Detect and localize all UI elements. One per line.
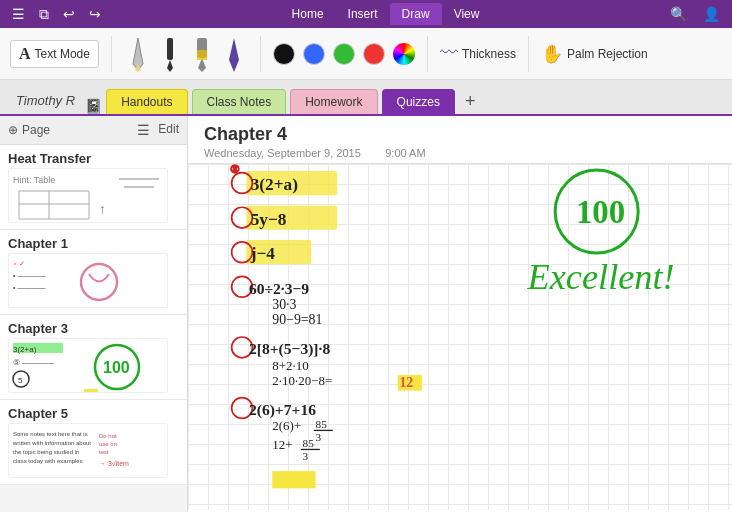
- text-mode-button[interactable]: A Text Mode: [10, 40, 99, 68]
- add-tab-button[interactable]: +: [459, 89, 482, 114]
- svg-rect-6: [197, 50, 207, 60]
- divider4: [528, 36, 529, 72]
- svg-rect-2: [167, 38, 173, 60]
- thickness-button[interactable]: 〰 Thickness: [440, 43, 516, 64]
- page-title: Chapter 4: [204, 124, 716, 145]
- page-label: Page: [22, 123, 50, 137]
- svg-marker-7: [229, 38, 239, 72]
- divider3: [427, 36, 428, 72]
- sidebar-item-chapter3[interactable]: Chapter 3 3(2+a) ⑤ ———— 5 100 2·10·20-8=: [0, 315, 187, 400]
- panels-icon[interactable]: ⧉: [35, 4, 53, 25]
- nav-insert[interactable]: Insert: [336, 3, 390, 25]
- palm-rejection-button[interactable]: ✋ Palm Rejection: [541, 43, 648, 65]
- chapter1-preview: × ✓ • ———— • ————: [8, 253, 168, 308]
- marker-tool[interactable]: [156, 35, 184, 73]
- color-blue[interactable]: [303, 43, 325, 65]
- svg-text:• ————: • ————: [13, 272, 45, 279]
- chapter3-title: Chapter 3: [8, 321, 179, 336]
- svg-text:Hint: Table: Hint: Table: [13, 175, 55, 185]
- svg-text:5y−8: 5y−8: [251, 210, 287, 229]
- svg-text:100: 100: [103, 359, 130, 376]
- svg-text:2(6)+: 2(6)+: [272, 418, 301, 433]
- svg-text:Some notes text here that is: Some notes text here that is: [13, 431, 88, 437]
- svg-text:• ————: • ————: [13, 284, 45, 291]
- pen-tools: [124, 35, 248, 73]
- svg-text:12+: 12+: [272, 437, 292, 452]
- plus-icon: ⊕: [8, 123, 18, 137]
- tab-handouts[interactable]: Handouts: [106, 89, 187, 114]
- svg-text:3: 3: [316, 431, 322, 443]
- thickness-icon: 〰: [440, 43, 458, 64]
- svg-text:90−9=81: 90−9=81: [272, 312, 322, 327]
- svg-text:written with information about: written with information about: [12, 440, 91, 446]
- svg-text:8+2·10: 8+2·10: [272, 358, 308, 373]
- hand-icon: ✋: [541, 43, 563, 65]
- svg-text:60÷2·3−9: 60÷2·3−9: [249, 280, 309, 297]
- content-area: Chapter 4 Wednesday, September 9, 2015 9…: [188, 116, 732, 512]
- chapter3-preview: 3(2+a) ⑤ ———— 5 100 2·10·20-8= 12: [8, 338, 168, 393]
- tab-quizzes[interactable]: Quizzes: [382, 89, 455, 114]
- chapter1-title: Chapter 1: [8, 236, 179, 251]
- notebook-icon[interactable]: 📓: [85, 98, 102, 114]
- pen-tool[interactable]: [220, 35, 248, 73]
- svg-text:3: 3: [303, 450, 309, 462]
- chapter5-title: Chapter 5: [8, 406, 179, 421]
- svg-text:→ 3√item: → 3√item: [99, 460, 129, 467]
- highlighter-tool[interactable]: [188, 35, 216, 73]
- text-mode-icon: A: [19, 45, 31, 63]
- divider2: [260, 36, 261, 72]
- svg-text:3(2+a): 3(2+a): [13, 345, 37, 354]
- color-green[interactable]: [333, 43, 355, 65]
- toolbar-right: 🔍 👤: [666, 4, 724, 24]
- svg-text:12: 12: [85, 392, 94, 393]
- redo-icon[interactable]: ↪: [85, 4, 105, 24]
- svg-text:2·10·20-8=: 2·10·20-8=: [13, 391, 47, 393]
- heat-transfer-title: Heat Transfer: [8, 151, 179, 166]
- thickness-label: Thickness: [462, 47, 516, 61]
- svg-text:2(6)+7+16: 2(6)+7+16: [249, 401, 316, 419]
- add-page-button[interactable]: ⊕ Page: [8, 123, 50, 137]
- svg-text:↑: ↑: [99, 201, 106, 217]
- tab-homework[interactable]: Homework: [290, 89, 377, 114]
- text-mode-label: Text Mode: [35, 47, 90, 61]
- svg-text:use on: use on: [99, 441, 117, 447]
- sidebar-header: ⊕ Page ☰ Edit: [0, 116, 187, 145]
- svg-text:85: 85: [316, 418, 328, 430]
- sidebar-item-chapter1[interactable]: Chapter 1 × ✓ • ———— • ————: [0, 230, 187, 315]
- svg-text:⑧: ⑧: [230, 164, 240, 175]
- menu-icon[interactable]: ☰: [8, 4, 29, 24]
- draw-toolbar: A Text Mode: [0, 28, 732, 80]
- svg-text:12: 12: [399, 375, 413, 390]
- palm-rejection-label: Palm Rejection: [567, 47, 648, 61]
- undo-icon[interactable]: ↩: [59, 4, 79, 24]
- svg-rect-70: [272, 471, 315, 488]
- pencil-tool[interactable]: [124, 35, 152, 73]
- svg-text:× ✓: × ✓: [13, 260, 25, 268]
- svg-text:j−4: j−4: [250, 244, 276, 263]
- svg-text:class today with examples: class today with examples: [13, 458, 83, 464]
- heat-transfer-preview: Hint: Table ↑: [8, 168, 168, 223]
- account-icon[interactable]: 👤: [699, 4, 724, 24]
- nav-draw[interactable]: Draw: [390, 3, 442, 25]
- nav-view[interactable]: View: [442, 3, 492, 25]
- tab-class-notes[interactable]: Class Notes: [192, 89, 287, 114]
- svg-rect-30: [84, 389, 98, 393]
- svg-text:Do not: Do not: [99, 433, 117, 439]
- color-wheel[interactable]: [393, 43, 415, 65]
- main-area: ⊕ Page ☰ Edit Heat Transfer Hint: Table: [0, 116, 732, 512]
- sidebar-header-right: ☰ Edit: [137, 122, 179, 138]
- edit-button[interactable]: Edit: [158, 122, 179, 138]
- sidebar-item-chapter5[interactable]: Chapter 5 Some notes text here that is w…: [0, 400, 187, 485]
- main-toolbar: ☰ ⧉ ↩ ↪ Home Insert Draw View 🔍 👤: [0, 0, 732, 28]
- svg-text:the topic being studied in: the topic being studied in: [13, 449, 79, 455]
- search-icon[interactable]: 🔍: [666, 4, 691, 24]
- sidebar-item-heat-transfer[interactable]: Heat Transfer Hint: Table ↑: [0, 145, 187, 230]
- nav-home[interactable]: Home: [280, 3, 336, 25]
- svg-text:30·3: 30·3: [272, 297, 296, 312]
- svg-text:3(2+a): 3(2+a): [251, 175, 298, 194]
- svg-text:⑤ ————: ⑤ ————: [13, 358, 54, 367]
- list-icon[interactable]: ☰: [137, 122, 150, 138]
- color-black[interactable]: [273, 43, 295, 65]
- color-red[interactable]: [363, 43, 385, 65]
- notebook-content[interactable]: ⑧ 3(2+a) 5y−8 j−4 60÷2·3−9 30·3 90−9=81 …: [188, 164, 732, 510]
